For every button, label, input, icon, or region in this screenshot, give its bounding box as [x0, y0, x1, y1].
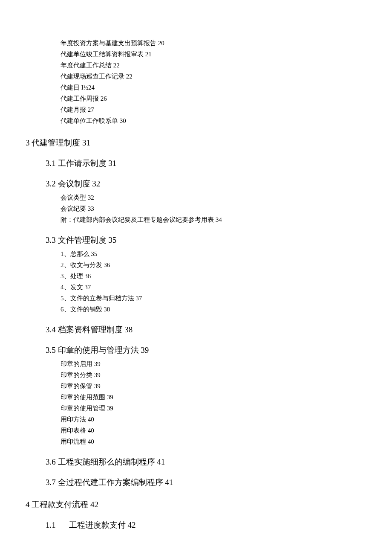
- toc-item: 3、处理 36: [61, 270, 366, 282]
- toc-item: 代建单位竣工结算资料报审表 21: [61, 49, 366, 60]
- toc-section-3-3: 3.3 文件管理制度 35: [46, 235, 366, 246]
- toc-section-3-4: 3.4 档案资料管理制度 38: [46, 324, 366, 335]
- toc-item: 代建月报 27: [61, 104, 366, 115]
- toc-section-3-7: 3.7 全过程代建工作方案编制程序 41: [46, 477, 366, 488]
- toc-section-3-5: 3.5 印章的使用与管理方法 39: [46, 345, 366, 356]
- toc-item: 会议类型 32: [61, 192, 366, 203]
- toc-item: 代建工作周报 26: [61, 93, 366, 104]
- document-page: 年度投资方案与基建支出预算报告 20 代建单位竣工结算资料报审表 21 年度代建…: [0, 0, 392, 555]
- toc-text: 工程进度款支付 42: [69, 520, 136, 529]
- toc-item: 代建日 I½24: [61, 82, 366, 93]
- toc-section-3-1: 3.1 工作请示制度 31: [46, 158, 366, 169]
- toc-section-3: 3 代建管理制度 31: [26, 137, 366, 148]
- toc-item: 6、文件的销毁 38: [61, 304, 366, 315]
- toc-section-4-1: 1.1 工程进度款支付 42: [46, 520, 366, 531]
- toc-item: 印章的使用管理 39: [61, 403, 366, 414]
- toc-item: 代建单位工作联系单 30: [61, 115, 366, 126]
- toc-item: 印章的启用 39: [61, 358, 366, 369]
- toc-item: 会议纪要 33: [61, 203, 366, 214]
- toc-item: 用印流程 40: [61, 436, 366, 447]
- toc-item: 2、收文与分发 36: [61, 259, 366, 270]
- toc-number: 1.1: [46, 520, 67, 531]
- toc-item: 印章的保管 39: [61, 381, 366, 392]
- toc-item: 1、总那么 35: [61, 248, 366, 259]
- toc-item: 年度投资方案与基建支出预算报告 20: [61, 38, 366, 49]
- toc-item: 年度代建工作总结 22: [61, 60, 366, 71]
- toc-item: 附：代建部内部会议纪要及工程专题会议纪要参考用表 34: [61, 214, 366, 225]
- toc-item: 5、文件的立卷与归档方法 37: [61, 293, 366, 304]
- toc-item: 用印表格 40: [61, 425, 366, 436]
- toc-item: 代建现场巡查工作记录 22: [61, 71, 366, 82]
- toc-section-3-2: 3.2 会议制度 32: [46, 178, 366, 189]
- toc-item: 用印方法 40: [61, 414, 366, 425]
- toc-item: 印章的使用范围 39: [61, 392, 366, 403]
- toc-section-4: 4 工程款支付流程 42: [26, 499, 366, 510]
- toc-section-3-6: 3.6 工程实施细那么的编制程序 41: [46, 456, 366, 468]
- toc-item: 印章的分类 39: [61, 369, 366, 381]
- toc-item: 4、发文 37: [61, 282, 366, 293]
